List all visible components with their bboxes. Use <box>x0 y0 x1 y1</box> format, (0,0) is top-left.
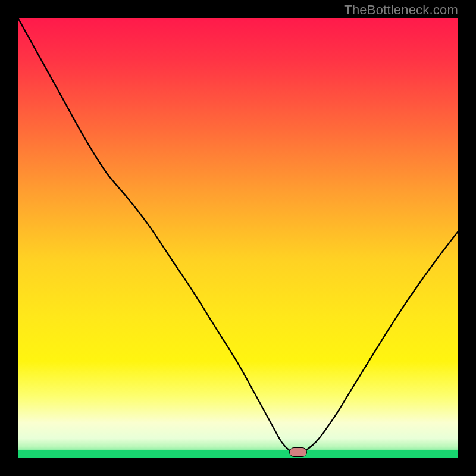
plot-area <box>18 18 458 458</box>
chart-frame: TheBottleneck.com <box>0 0 476 476</box>
bottleneck-curve <box>18 18 458 458</box>
minimum-marker-icon <box>289 447 307 457</box>
watermark-text: TheBottleneck.com <box>344 2 458 18</box>
curve-path <box>18 18 458 454</box>
